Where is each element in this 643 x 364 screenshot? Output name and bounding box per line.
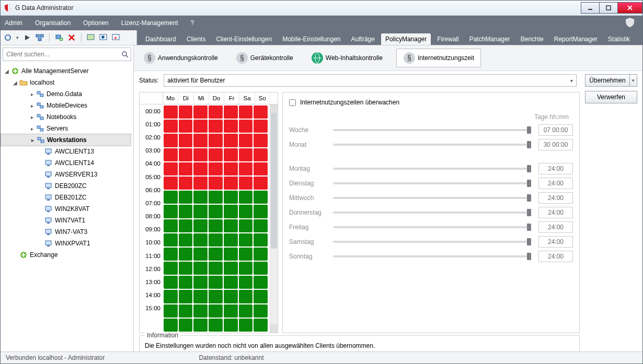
time-cell[interactable]	[164, 120, 178, 133]
time-cell[interactable]	[239, 120, 253, 133]
time-cell[interactable]	[224, 319, 238, 332]
time-cell[interactable]	[179, 120, 193, 133]
time-cell[interactable]	[254, 148, 268, 161]
time-cell[interactable]	[179, 148, 193, 161]
time-cell[interactable]	[193, 233, 208, 246]
maximize-button[interactable]	[599, 2, 618, 14]
slider[interactable]	[333, 212, 529, 214]
time-cell[interactable]	[254, 134, 268, 147]
time-cell[interactable]	[224, 120, 238, 133]
time-cell[interactable]	[193, 148, 208, 161]
time-cell[interactable]	[254, 290, 268, 303]
time-cell[interactable]	[239, 134, 253, 147]
tree-client-awserver13[interactable]: AWSERVER13	[1, 169, 133, 180]
time-cell[interactable]	[193, 191, 208, 204]
menu-organisation[interactable]: Organisation	[35, 19, 71, 27]
tab-berichte[interactable]: Berichte	[516, 33, 548, 45]
value-field[interactable]: 24:00	[538, 221, 573, 233]
add-host-icon[interactable]	[55, 33, 63, 42]
time-cell[interactable]	[224, 233, 238, 246]
time-cell[interactable]	[254, 304, 268, 318]
time-cell[interactable]	[254, 262, 268, 275]
time-cell[interactable]	[209, 205, 223, 218]
slider[interactable]	[333, 168, 529, 170]
time-cell[interactable]	[254, 319, 268, 332]
time-cell[interactable]	[224, 290, 238, 303]
time-cell[interactable]	[239, 233, 253, 246]
time-cell[interactable]	[224, 219, 238, 232]
time-cell[interactable]	[209, 162, 223, 175]
time-cell[interactable]	[209, 191, 223, 204]
time-cell[interactable]	[239, 177, 253, 190]
time-cell[interactable]	[224, 304, 238, 318]
delete-icon[interactable]	[67, 33, 76, 42]
time-cell[interactable]	[254, 276, 268, 289]
time-cell[interactable]	[164, 105, 178, 119]
time-cell[interactable]	[179, 304, 193, 318]
time-cell[interactable]	[193, 177, 208, 190]
time-cell[interactable]	[239, 248, 253, 261]
tab-patchmanager[interactable]: PatchManager	[465, 33, 514, 45]
time-cell[interactable]	[224, 262, 238, 275]
tree-peer[interactable]: Exchange	[1, 249, 133, 261]
tab-clients[interactable]: Clients	[182, 33, 210, 45]
time-cell[interactable]	[239, 304, 253, 318]
slider[interactable]	[333, 129, 529, 131]
monitor-c-icon[interactable]	[112, 33, 120, 42]
time-cell[interactable]	[209, 219, 223, 232]
slider[interactable]	[333, 144, 529, 146]
time-cell[interactable]	[179, 191, 193, 204]
discard-button[interactable]: Verwerfen	[585, 91, 637, 103]
time-cell[interactable]	[224, 205, 238, 218]
subtab-internetnutzungszeit[interactable]: §Internetnutzungszeit	[396, 49, 481, 67]
value-field[interactable]: 24:00	[538, 251, 573, 262]
tab-aufträge[interactable]: Aufträge	[347, 33, 379, 45]
time-cell[interactable]	[239, 290, 253, 303]
time-cell[interactable]	[209, 304, 223, 318]
time-cell[interactable]	[224, 162, 238, 175]
tab-mobile-einstellungen[interactable]: Mobile-Einstellungen	[278, 33, 345, 45]
time-cell[interactable]	[193, 248, 208, 261]
time-cell[interactable]	[224, 134, 238, 147]
time-cell[interactable]	[164, 233, 178, 246]
time-cell[interactable]	[224, 248, 238, 261]
tab-firewall[interactable]: Firewall	[433, 33, 463, 45]
hosts-icon[interactable]	[36, 33, 44, 42]
value-field[interactable]: 24:00	[538, 163, 573, 174]
time-cell[interactable]	[239, 205, 253, 218]
apply-button[interactable]: Übernehmen	[585, 74, 637, 87]
tree-client-win7vat1[interactable]: WIN7VAT1	[1, 215, 133, 226]
play-icon[interactable]	[23, 33, 31, 42]
time-cell[interactable]	[209, 105, 223, 119]
grid-scrollbar[interactable]	[270, 104, 278, 333]
menu-admin[interactable]: Admin	[5, 19, 22, 27]
time-cell[interactable]	[193, 304, 208, 318]
tree-group-workstations[interactable]: ▸Workstations	[1, 134, 131, 146]
time-cell[interactable]	[239, 191, 253, 204]
time-cell[interactable]	[164, 262, 178, 275]
tree-client-awclient14[interactable]: AWCLIENT14	[1, 157, 133, 169]
time-cell[interactable]	[209, 148, 223, 161]
tree-client-deb200zc[interactable]: DEB200ZC	[1, 180, 133, 192]
search-input[interactable]	[5, 50, 121, 58]
time-cell[interactable]	[209, 120, 223, 133]
value-field[interactable]: 24:00	[538, 207, 573, 218]
tree-client-deb201zc[interactable]: DEB201ZC	[1, 192, 133, 203]
time-cell[interactable]	[179, 219, 193, 232]
time-cell[interactable]	[164, 191, 178, 204]
time-cell[interactable]	[179, 262, 193, 275]
time-cell[interactable]	[254, 191, 268, 204]
tab-statistik[interactable]: Statistik	[604, 33, 634, 45]
value-field[interactable]: 24:00	[538, 192, 573, 204]
time-cell[interactable]	[193, 134, 208, 147]
subtab-web-inhaltskontrolle[interactable]: Web-Inhaltskontrolle	[307, 50, 387, 66]
monitor-checkbox[interactable]	[289, 99, 296, 106]
tab-dashboard[interactable]: Dashboard	[141, 33, 180, 45]
time-cell[interactable]	[254, 205, 268, 218]
monitor-b-icon[interactable]	[99, 33, 108, 42]
time-cell[interactable]	[179, 276, 193, 289]
client-tree[interactable]: ◢Alle ManagementServer◢localhost▸Demo.Gd…	[1, 63, 133, 351]
time-cell[interactable]	[193, 105, 208, 119]
time-cell[interactable]	[164, 162, 178, 175]
menu-lizenz[interactable]: Lizenz-Management	[121, 19, 178, 27]
